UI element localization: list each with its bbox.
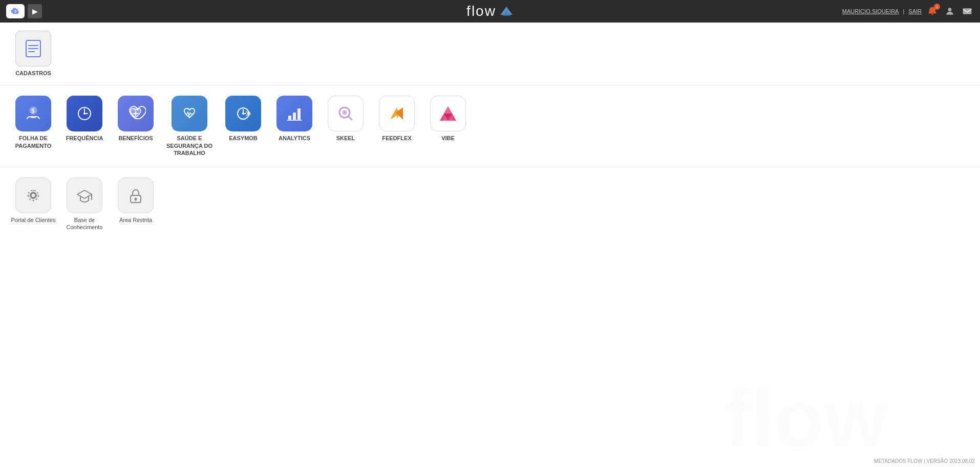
app-title: flow <box>466 3 496 19</box>
footer-version: METADADOS FLOW | VERSÃO 2023.08.02 <box>874 458 975 464</box>
frequencia-icon <box>74 103 95 124</box>
nav-button[interactable]: ▶ <box>28 4 42 18</box>
analytics-icon-bg <box>276 96 312 131</box>
beneficios-icon-bg <box>118 96 154 131</box>
svg-rect-20 <box>288 116 291 120</box>
skeel-icon <box>335 103 356 124</box>
svg-rect-21 <box>293 113 296 120</box>
area-restrita-icon-bg <box>118 177 154 213</box>
header-title: flow <box>466 3 514 19</box>
saude-seguranca-icon <box>179 103 200 124</box>
notification-button[interactable]: 1 <box>926 5 939 18</box>
easymob-icon <box>233 103 253 124</box>
vibe-label: VIBE <box>441 135 455 142</box>
analytics-icon <box>284 103 305 124</box>
svg-point-38 <box>31 193 35 197</box>
vibe-icon <box>438 103 458 124</box>
svg-marker-39 <box>77 190 92 198</box>
svg-line-26 <box>348 116 352 120</box>
svg-text:$: $ <box>31 107 35 115</box>
email-button[interactable] <box>961 5 974 18</box>
app-vibe[interactable]: VIBE <box>425 96 471 157</box>
svg-rect-22 <box>297 108 301 120</box>
folha-pagamento-icon: $ <box>23 103 44 124</box>
support-section: Portal de Clientes Base de Conhecimento <box>0 167 980 239</box>
app-beneficios[interactable]: BENEFÍCIOS <box>113 96 159 157</box>
skeel-icon-bg <box>328 96 364 131</box>
frequencia-label: FREQUÊNCIA <box>66 135 103 142</box>
base-conhecimento-label: Base de Conhecimento <box>67 216 103 231</box>
feedflex-icon <box>387 103 407 124</box>
area-restrita-icon <box>125 185 146 206</box>
portal-clientes-label: Portal de Clientes <box>11 216 56 224</box>
folha-pagamento-icon-bg: $ <box>15 96 51 131</box>
easymob-icon-bg <box>225 96 261 131</box>
user-link[interactable]: MAURICIO.SIQUEIRA <box>842 8 899 14</box>
saude-seguranca-icon-bg <box>172 96 207 131</box>
cadastros-section: CADASTROS <box>0 23 980 85</box>
logo-button[interactable] <box>6 4 25 18</box>
flow-arrow-icon <box>499 6 514 17</box>
main-content: CADASTROS $ FOLHA DE PAGAMENTO <box>0 23 980 467</box>
header-right: MAURICIO.SIQUEIRA | SAIR 1 <box>842 5 974 18</box>
portal-clientes-icon-bg <box>15 177 51 213</box>
cadastros-grid: CADASTROS <box>10 31 970 77</box>
app-folha-pagamento[interactable]: $ FOLHA DE PAGAMENTO <box>10 96 56 157</box>
easymob-label: EASYMOB <box>229 135 258 142</box>
footer-watermark: flow <box>724 365 980 467</box>
beneficios-label: BENEFÍCIOS <box>118 135 153 142</box>
base-conhecimento-item[interactable]: Base de Conhecimento <box>61 177 108 231</box>
header-separator: | <box>903 8 904 14</box>
feedflex-icon-bg <box>379 96 415 131</box>
header: ▶ flow MAURICIO.SIQUEIRA | SAIR 1 <box>0 0 980 23</box>
svg-marker-33 <box>444 106 452 114</box>
svg-point-27 <box>343 110 347 115</box>
apps-section: $ FOLHA DE PAGAMENTO <box>0 85 980 167</box>
svg-point-2 <box>948 8 952 11</box>
header-left: ▶ <box>6 4 42 18</box>
support-grid: Portal de Clientes Base de Conhecimento <box>10 177 970 231</box>
profile-button[interactable] <box>943 5 956 18</box>
app-analytics[interactable]: ANALYTICS <box>271 96 317 157</box>
vibe-icon-bg <box>430 96 466 131</box>
base-conhecimento-icon-bg <box>67 177 102 213</box>
folha-pagamento-label: FOLHA DE PAGAMENTO <box>15 135 52 149</box>
area-restrita-item[interactable]: Área Restrita <box>113 177 159 231</box>
portal-clientes-item[interactable]: Portal de Clientes <box>10 177 56 231</box>
cadastros-label: CADASTROS <box>15 70 51 77</box>
area-restrita-label: Área Restrita <box>119 216 152 224</box>
base-conhecimento-icon <box>74 185 95 206</box>
frequencia-icon-bg <box>67 96 102 131</box>
logo-icon <box>10 6 21 17</box>
app-feedflex[interactable]: FEEDFLEX <box>374 96 420 157</box>
arrow-icon: ▶ <box>32 7 38 15</box>
app-saude-seguranca[interactable]: SAÚDE E SEGURANÇA DO TRABALHO <box>164 96 215 157</box>
profile-icon <box>945 6 955 16</box>
header-title-arrow-icon <box>499 6 514 17</box>
skeel-label: SKEEL <box>336 135 355 142</box>
document-icon <box>23 38 44 59</box>
saude-seguranca-label: SAÚDE E SEGURANÇA DO TRABALHO <box>166 135 212 157</box>
feedflex-label: FEEDFLEX <box>382 135 411 142</box>
logout-link[interactable]: SAIR <box>908 8 922 14</box>
analytics-label: ANALYTICS <box>279 135 310 142</box>
svg-rect-3 <box>963 8 972 14</box>
svg-text:flow: flow <box>724 372 888 464</box>
svg-marker-29 <box>391 108 398 120</box>
notification-badge: 1 <box>934 4 940 10</box>
beneficios-icon <box>125 103 146 124</box>
email-icon <box>962 6 972 16</box>
app-skeel[interactable]: SKEEL <box>323 96 369 157</box>
app-frequencia[interactable]: FREQUÊNCIA <box>61 96 108 157</box>
cadastros-item[interactable]: CADASTROS <box>10 31 56 77</box>
portal-clientes-icon <box>23 185 44 206</box>
app-easymob[interactable]: EASYMOB <box>220 96 266 157</box>
apps-grid: $ FOLHA DE PAGAMENTO <box>10 96 970 157</box>
cadastros-icon <box>15 31 51 66</box>
